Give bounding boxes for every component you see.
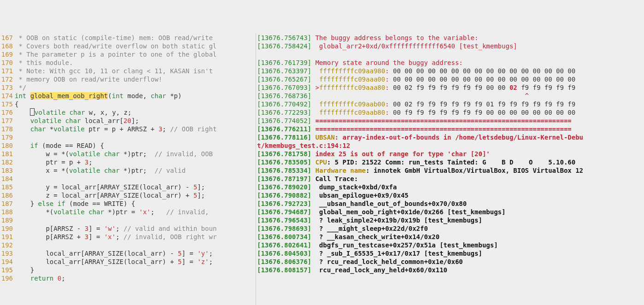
code-text: if (mode == READ) { xyxy=(15,142,104,149)
log-line[interactable]: [13676.778116] UBSAN: array-index-out-of… xyxy=(256,133,644,141)
code-line[interactable]: 180 if (mode == READ) { xyxy=(0,141,256,150)
log-line[interactable]: [13676.796543] ? leak_simple2+0x19b/0x19… xyxy=(256,216,644,224)
code-text: * OOB on static (compile-time) mem: OOB … xyxy=(15,34,217,41)
log-text: : xyxy=(385,109,393,116)
log-text: : innotek GmbH VirtualBox/VirtualBox, BI… xyxy=(366,167,583,174)
log-text: UBSAN xyxy=(315,134,334,141)
code-text: y = local_arr[ARRAY_SIZE(local_arr) - 5]… xyxy=(15,183,205,191)
code-line[interactable]: 183 x = *(volatile char *)ptr; // valid xyxy=(0,166,256,175)
code-text: return 0; xyxy=(15,275,65,282)
code-line[interactable]: 186 z = local_arr[ARRAY_SIZE(local_arr) … xyxy=(0,191,256,199)
code-line[interactable]: 194 local_arr[ARRAY_SIZE(local_arr) + 5]… xyxy=(0,258,256,266)
log-line[interactable]: [13676.798693] ? ___might_sleep+0x22d/0x… xyxy=(256,224,644,233)
code-line[interactable]: 184 xyxy=(0,175,256,183)
line-number: 177 xyxy=(0,117,15,125)
log-text: global_mem_oob_right+0x1de/0x266 [test_k… xyxy=(311,208,505,216)
log-line[interactable]: [13676.761739] Memory state around the b… xyxy=(256,59,644,67)
line-number: 168 xyxy=(0,42,15,50)
log-line[interactable]: [13676.789020] dump_stack+0xbd/0xfa xyxy=(256,183,644,191)
code-line[interactable]: 174int global_mem_oob_right(int mode, ch… xyxy=(0,92,256,100)
code-line[interactable]: 168 * Covers both read/write overflow on… xyxy=(0,42,256,50)
code-line[interactable]: 169 * The parameter p is a pointer to on… xyxy=(0,50,256,59)
line-number: 167 xyxy=(0,34,15,42)
code-text: ptr = p + 3; xyxy=(15,158,93,166)
log-line[interactable]: [13676.792723] __ubsan_handle_out_of_bou… xyxy=(256,199,644,208)
code-text: p[ARRSZ - 3] = 'w'; // valid and within … xyxy=(15,225,217,232)
log-line[interactable]: [13676.768736] ^ xyxy=(256,92,644,100)
log-text: 00 00 00 00 00 00 00 00 00 00 00 00 00 0… xyxy=(393,76,575,83)
code-line[interactable]: 191 p[ARRSZ + 3] = 'x'; // invalid, OOB … xyxy=(0,233,256,241)
log-line[interactable]: [13676.781758] index 25 is out of range … xyxy=(256,150,644,158)
log-text: index 25 is out of range for type 'char … xyxy=(311,150,490,158)
log-line[interactable] xyxy=(256,50,644,59)
log-line[interactable]: [13676.758424] global_arr2+0xd/0xfffffff… xyxy=(256,42,644,50)
code-line[interactable]: 172 * memory OOB on read/write underflow… xyxy=(0,75,256,83)
code-line[interactable]: 181 w = *(volatile char *)ptr; // invali… xyxy=(0,150,256,158)
log-line[interactable]: [13676.783505] CPU: 5 PID: 21522 Comm: r… xyxy=(256,158,644,166)
code-line[interactable]: 195 } xyxy=(0,266,256,274)
log-timestamp: [13676.756743] xyxy=(257,34,311,41)
log-line[interactable]: [13676.794687] global_mem_oob_right+0x1d… xyxy=(256,208,644,216)
code-line[interactable]: 188 *(volatile char *)ptr = 'x'; // inva… xyxy=(0,208,256,216)
log-line[interactable]: [13676.774052] =========================… xyxy=(256,117,644,125)
log-line[interactable]: [13676.785334] Hardware name: innotek Gm… xyxy=(256,166,644,175)
code-line[interactable]: 178 char *volatile ptr = p + ARRSZ + 3; … xyxy=(0,125,256,133)
code-text: volatile char w, x, y, z; xyxy=(15,109,131,116)
log-line[interactable]: [13676.802641] dbgfs_run_testcase+0x257/… xyxy=(256,241,644,249)
line-number: 176 xyxy=(0,108,15,117)
log-line[interactable]: [13676.790882] ubsan_epilogue+0x9/0x45 xyxy=(256,191,644,199)
line-number: 193 xyxy=(0,249,15,258)
log-line[interactable]: [13676.804503] ? _sub_I_65535_1+0x17/0x1… xyxy=(256,249,644,258)
log-line[interactable]: [13676.787197] Call Trace: xyxy=(256,175,644,183)
log-line[interactable]: [13676.756743] The buggy address belongs… xyxy=(256,34,644,42)
code-line[interactable]: 192 xyxy=(0,241,256,249)
line-number: 187 xyxy=(0,199,15,208)
code-line[interactable]: 171 * Note: With gcc 10, 11 or clang < 1… xyxy=(0,67,256,75)
code-line[interactable]: 176 volatile char w, x, y, z; xyxy=(0,108,256,117)
code-text: } xyxy=(15,266,34,274)
code-line[interactable]: 196 return 0; xyxy=(0,274,256,282)
log-line[interactable]: [13676.808157] rcu_read_lock_any_held+0x… xyxy=(256,266,644,274)
code-line[interactable]: 177 volatile char local_arr[20]; xyxy=(0,117,256,125)
code-line[interactable]: 170 * this module. xyxy=(0,59,256,67)
log-line[interactable]: [13676.770492] fffffffffc09aab00: 00 02 … xyxy=(256,100,644,108)
log-line[interactable]: [13676.800734] ? __kasan_check_write+0x1… xyxy=(256,233,644,241)
code-text: x = *(volatile char *)ptr; // valid xyxy=(15,167,186,174)
code-line[interactable]: 190 p[ARRSZ - 3] = 'w'; // valid and wit… xyxy=(0,224,256,233)
code-line[interactable]: 193 local_arr[ARRAY_SIZE(local_arr) - 5]… xyxy=(0,249,256,258)
log-line[interactable]: [13676.776211] =========================… xyxy=(256,125,644,133)
code-line[interactable]: 182 ptr = p + 3; xyxy=(0,158,256,166)
log-timestamp: [13676.770492] xyxy=(257,100,311,108)
line-number: 171 xyxy=(0,67,15,75)
log-text: dbgfs_run_testcase+0x257/0x51a [test_kme… xyxy=(311,241,498,249)
log-text: fffffffffc09aa980 xyxy=(319,67,385,75)
code-line[interactable]: 173 */ xyxy=(0,83,256,92)
code-line[interactable]: 189 xyxy=(0,216,256,224)
log-text xyxy=(311,92,525,100)
log-line[interactable]: [13676.767093] >fffffffffc09aaa80: 00 02… xyxy=(256,83,644,92)
line-number: 178 xyxy=(0,125,15,133)
log-line[interactable]: [13676.772293] fffffffffc09aab80: 00 f9 … xyxy=(256,108,644,117)
log-text: rcu_read_lock_any_held+0x60/0x110 xyxy=(311,266,447,274)
log-line[interactable]: t/kmembugs_test.c:194:12 xyxy=(256,141,644,150)
code-text: } else if (mode == WRITE) { xyxy=(15,200,135,207)
line-number: 194 xyxy=(0,258,15,266)
log-text: ubsan_epilogue+0x9/0x45 xyxy=(311,192,409,199)
code-line[interactable]: 185 y = local_arr[ARRAY_SIZE(local_arr) … xyxy=(0,183,256,191)
code-line[interactable]: 175{ xyxy=(0,100,256,108)
log-text xyxy=(311,76,319,83)
log-line[interactable]: [13676.765267] fffffffffc09aaa00: 00 00 … xyxy=(256,75,644,83)
kernel-log-pane[interactable]: [13676.756743] The buggy address belongs… xyxy=(256,33,644,305)
code-text: int global_mem_oob_right(int mode, char … xyxy=(15,92,181,100)
source-code-pane[interactable]: 167 * OOB on static (compile-time) mem: … xyxy=(0,33,256,305)
line-number: 195 xyxy=(0,266,15,274)
code-line[interactable]: 167 * OOB on static (compile-time) mem: … xyxy=(0,34,256,42)
log-line[interactable]: [13676.806376] ? rcu_read_lock_held_comm… xyxy=(256,258,644,266)
code-line[interactable]: 179 xyxy=(0,133,256,141)
log-line[interactable]: [13676.763397] fffffffffc09aa980: 00 00 … xyxy=(256,67,644,75)
log-text: fffffffffc09aab80 xyxy=(319,109,385,116)
code-text: * The parameter p is a pointer to one of… xyxy=(15,51,217,58)
code-text: w = *(volatile char *)ptr; // invalid, O… xyxy=(15,150,217,158)
code-line[interactable]: 187 } else if (mode == WRITE) { xyxy=(0,199,256,208)
log-text: : xyxy=(385,84,393,91)
